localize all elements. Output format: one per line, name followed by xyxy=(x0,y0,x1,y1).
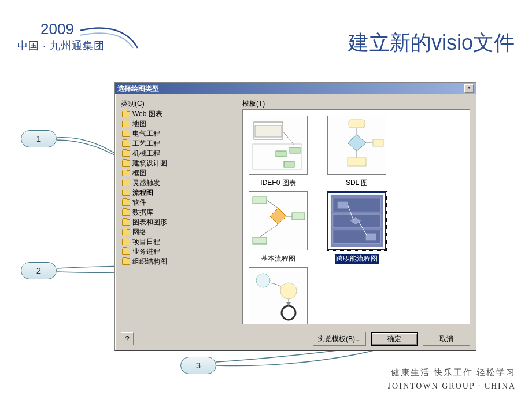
svg-rect-25 xyxy=(338,202,348,209)
category-item[interactable]: Web 图表 xyxy=(121,109,237,119)
dialog-body: 类别(C) 模板(T) Web 图表 地图 电气工程 工艺工程 机械工程 建筑设… xyxy=(115,94,476,350)
template-caption: 基本流程图 xyxy=(261,254,295,263)
template-thumbnail xyxy=(327,191,386,250)
template-item[interactable]: IDEF0 图表 xyxy=(247,116,309,188)
dialog-titlebar[interactable]: 选择绘图类型 × xyxy=(115,83,476,94)
category-label: 图表和图形 xyxy=(132,217,167,227)
folder-icon xyxy=(122,258,130,265)
category-item[interactable]: 数据库 xyxy=(121,208,237,217)
template-item[interactable]: SDL 图 xyxy=(326,116,387,188)
folder-icon xyxy=(122,229,130,235)
svg-point-31 xyxy=(280,283,297,299)
svg-rect-4 xyxy=(290,147,300,153)
footer-slogan-cn: 健康生活 快乐工作 轻松学习 xyxy=(391,367,516,378)
template-thumbnail xyxy=(249,191,308,250)
category-label: 灵感触发 xyxy=(132,178,160,188)
category-item[interactable]: 地图 xyxy=(121,119,237,129)
svg-line-2 xyxy=(283,131,294,145)
category-item[interactable]: 软件 xyxy=(121,198,237,208)
browse-templates-button[interactable]: 浏览模板(B)... xyxy=(313,332,366,346)
template-caption: IDEF0 图表 xyxy=(260,179,295,187)
category-item[interactable]: 建筑设计图 xyxy=(121,158,237,168)
category-label: 机械工程 xyxy=(132,149,160,158)
category-label: 软件 xyxy=(132,198,146,208)
category-item[interactable]: 灵感触发 xyxy=(121,178,237,188)
footer-slogan-en: JOINTOWN GROUP · CHINA xyxy=(388,382,516,391)
folder-icon xyxy=(122,131,130,137)
template-thumbnail xyxy=(327,116,386,175)
folder-icon xyxy=(122,150,130,157)
folder-icon xyxy=(122,219,130,226)
slide-header: 2009 中国 · 九州通集团 建立新的visio文件 xyxy=(17,20,515,61)
template-caption: SDL 图 xyxy=(346,179,368,187)
category-label: 框图 xyxy=(132,168,146,178)
choose-drawing-type-dialog: 选择绘图类型 × 类别(C) 模板(T) Web 图表 地图 电气工程 工艺工程… xyxy=(114,82,476,351)
category-item[interactable]: 图表和图形 xyxy=(121,217,237,227)
callout-1: 1 xyxy=(21,130,57,147)
cancel-button[interactable]: 取消 xyxy=(423,332,470,346)
category-label: 建筑设计图 xyxy=(132,158,167,168)
dialog-button-row: ? 浏览模板(B)... 确定 取消 xyxy=(121,332,470,346)
svg-rect-5 xyxy=(284,161,294,167)
svg-rect-3 xyxy=(276,151,286,157)
svg-marker-16 xyxy=(270,208,286,224)
category-label: 工艺工程 xyxy=(132,139,160,149)
category-label: 网络 xyxy=(132,227,146,237)
svg-rect-17 xyxy=(292,213,305,220)
folder-icon xyxy=(122,209,130,216)
svg-rect-15 xyxy=(253,237,267,244)
template-panel: IDEF0 图表 SDL 图 基本流程图 跨职能流程图 数据流图表 xyxy=(242,109,470,324)
template-item[interactable]: 数据流图表 xyxy=(247,267,309,324)
logo-swoosh-icon xyxy=(80,25,143,53)
help-button[interactable]: ? xyxy=(121,332,134,345)
category-item[interactable]: 网络 xyxy=(121,227,237,237)
svg-line-18 xyxy=(267,200,278,208)
template-item[interactable]: 跨职能流程图 xyxy=(326,191,387,264)
folder-icon xyxy=(122,200,130,206)
svg-rect-27 xyxy=(366,234,376,241)
category-label: 业务进程 xyxy=(132,247,160,257)
category-item[interactable]: 工艺工程 xyxy=(121,139,237,149)
category-label: 组织结构图 xyxy=(132,257,167,267)
category-section-label: 类别(C) xyxy=(121,99,145,109)
category-label: Web 图表 xyxy=(132,109,162,119)
callout-3: 3 xyxy=(180,357,216,374)
category-item[interactable]: 机械工程 xyxy=(121,149,237,158)
folder-icon xyxy=(122,190,130,196)
category-list: Web 图表 地图 电气工程 工艺工程 机械工程 建筑设计图 框图 灵感触发 流… xyxy=(121,109,237,267)
svg-rect-13 xyxy=(348,158,366,166)
svg-point-32 xyxy=(282,306,295,320)
close-icon[interactable]: × xyxy=(464,84,474,93)
template-thumbnail xyxy=(249,116,308,175)
template-caption: 跨职能流程图 xyxy=(335,254,379,264)
dialog-title: 选择绘图类型 xyxy=(117,84,159,94)
template-item[interactable]: 基本流程图 xyxy=(247,191,309,264)
category-label: 电气工程 xyxy=(132,129,160,139)
category-item[interactable]: 框图 xyxy=(121,168,237,178)
template-section-label: 模板(T) xyxy=(242,99,265,109)
folder-icon xyxy=(122,121,130,127)
svg-rect-14 xyxy=(253,197,267,204)
category-item[interactable]: 项目日程 xyxy=(121,237,237,247)
svg-rect-7 xyxy=(349,120,365,128)
svg-line-20 xyxy=(260,224,278,237)
page-title: 建立新的visio文件 xyxy=(348,29,515,57)
folder-icon xyxy=(122,170,130,176)
template-grid: IDEF0 图表 SDL 图 基本流程图 跨职能流程图 数据流图表 xyxy=(247,116,465,324)
folder-icon xyxy=(122,180,130,186)
category-label: 项目日程 xyxy=(132,237,160,247)
category-item[interactable]: 业务进程 xyxy=(121,247,237,257)
logo-year: 2009 xyxy=(40,20,74,38)
category-label: 地图 xyxy=(132,119,146,129)
svg-rect-11 xyxy=(373,139,383,146)
category-label: 数据库 xyxy=(132,208,153,217)
folder-icon xyxy=(122,141,130,147)
svg-point-30 xyxy=(256,274,270,287)
ok-button[interactable]: 确定 xyxy=(371,332,418,346)
category-item[interactable]: 流程图 xyxy=(121,188,237,198)
folder-icon xyxy=(122,249,130,255)
category-label: 流程图 xyxy=(132,188,153,198)
category-item[interactable]: 组织结构图 xyxy=(121,257,237,267)
category-item[interactable]: 电气工程 xyxy=(121,129,237,139)
svg-rect-1 xyxy=(255,125,282,137)
